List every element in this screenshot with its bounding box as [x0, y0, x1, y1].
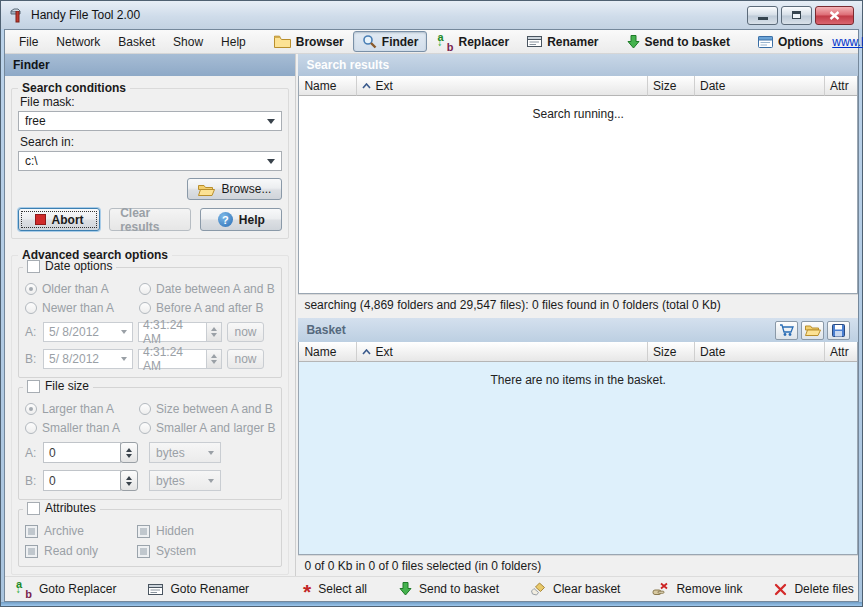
hidden-checkbox[interactable]: Hidden — [137, 524, 275, 538]
clear-basket-button[interactable]: Clear basket — [531, 582, 620, 596]
column-header-date[interactable]: Date — [695, 342, 825, 362]
size-a-unit: bytes — [156, 446, 185, 460]
system-checkbox[interactable]: System — [137, 544, 275, 558]
search-results-statusbar: searching (4,869 folders and 29,547 file… — [298, 294, 858, 315]
search-in-combobox[interactable]: c:\ — [18, 151, 282, 171]
radio-icon — [25, 403, 37, 415]
send-to-basket-bottom-button[interactable]: Send to basket — [399, 582, 499, 596]
date-a-label: A: — [25, 325, 38, 339]
attributes-group: Attributes Archive Hidden Read only Syst… — [18, 509, 282, 567]
spin-buttons[interactable] — [206, 349, 222, 369]
size-b-unit-combobox[interactable]: bytes — [149, 470, 221, 491]
attributes-checkbox[interactable] — [27, 502, 40, 515]
radio-date-between[interactable]: Date between A and B — [139, 282, 275, 296]
finder-panel-header: Finder — [5, 54, 295, 76]
chevron-down-icon[interactable] — [267, 119, 275, 124]
column-header-date[interactable]: Date — [695, 76, 825, 96]
column-header-size[interactable]: Size — [648, 76, 695, 96]
radio-smaller-than-a[interactable]: Smaller than A — [25, 421, 137, 435]
time-b-spinner[interactable]: 4:31:24 AM — [138, 349, 222, 369]
date-b-picker[interactable]: 5/ 8/2012 — [43, 349, 133, 369]
minimize-button[interactable] — [747, 6, 778, 25]
radio-icon — [25, 302, 37, 314]
clear-results-button[interactable]: Clear results — [109, 208, 191, 231]
archive-checkbox[interactable]: Archive — [25, 524, 137, 538]
menubar: File Network Basket Show Help Browser Fi… — [5, 30, 858, 54]
read-only-checkbox[interactable]: Read only — [25, 544, 137, 558]
column-header-name[interactable]: Name — [299, 342, 357, 362]
spin-buttons[interactable] — [120, 442, 138, 463]
size-a-value: 0 — [43, 442, 121, 463]
close-button[interactable] — [815, 6, 854, 25]
search-results-body[interactable]: Search running... — [299, 96, 857, 293]
finder-button[interactable]: Finder — [353, 31, 428, 52]
size-a-unit-combobox[interactable]: bytes — [149, 442, 221, 463]
radio-size-between[interactable]: Size between A and B — [139, 402, 275, 416]
menu-help[interactable]: Help — [212, 32, 255, 52]
goto-renamer-button[interactable]: Goto Renamer — [148, 582, 249, 596]
basket-body[interactable]: There are no items in the basket. — [299, 362, 857, 554]
menu-basket[interactable]: Basket — [109, 32, 164, 52]
column-header-ext[interactable]: Ext — [357, 342, 648, 362]
chevron-down-icon — [208, 451, 214, 455]
radio-older-than-a[interactable]: Older than A — [25, 282, 137, 296]
maximize-button[interactable] — [781, 6, 812, 25]
select-all-button[interactable]: * Select all — [303, 582, 367, 596]
radio-smaller-larger-label: Smaller A and larger B — [156, 421, 275, 435]
remove-link-button[interactable]: Remove link — [652, 582, 742, 596]
browser-button[interactable]: Browser — [265, 32, 353, 52]
file-size-checkbox[interactable] — [27, 380, 40, 393]
date-options-checkbox[interactable] — [27, 260, 40, 273]
column-header-size[interactable]: Size — [648, 342, 695, 362]
date-a-picker[interactable]: 5/ 8/2012 — [43, 322, 133, 342]
help-button[interactable]: ? Help — [200, 208, 282, 231]
menu-file[interactable]: File — [10, 32, 47, 52]
delete-files-label: Delete files — [794, 582, 853, 596]
now-b-button[interactable]: now — [227, 349, 264, 369]
website-link[interactable]: www.handyfiletool.com — [832, 35, 863, 49]
basket-save-button[interactable] — [827, 321, 850, 340]
radio-before-after[interactable]: Before A and after B — [139, 301, 275, 315]
now-a-button[interactable]: now — [227, 322, 264, 342]
column-header-attr[interactable]: Attr — [825, 76, 857, 96]
size-b-spinner[interactable]: 0 — [43, 470, 138, 491]
folder-icon — [274, 35, 291, 48]
app-icon — [9, 7, 25, 23]
spin-buttons[interactable] — [120, 470, 138, 491]
delete-files-button[interactable]: Delete files — [774, 582, 853, 596]
spin-buttons[interactable] — [206, 322, 222, 342]
radio-smaller-larger[interactable]: Smaller A and larger B — [139, 421, 275, 435]
search-results-title: Search results — [306, 58, 389, 72]
send-to-basket-button[interactable]: Send to basket — [618, 32, 739, 52]
column-label: Date — [700, 345, 725, 359]
menu-network[interactable]: Network — [47, 32, 109, 52]
finder-button-label: Finder — [382, 35, 419, 49]
menu-show[interactable]: Show — [164, 32, 212, 52]
size-a-spinner[interactable]: 0 — [43, 442, 138, 463]
delete-x-icon — [774, 583, 787, 596]
abort-button[interactable]: Abort — [18, 208, 100, 231]
column-header-ext[interactable]: Ext — [357, 76, 648, 96]
browse-button[interactable]: Browse... — [187, 178, 282, 200]
basket-statusbar: 0 of 0 Kb in 0 of 0 files selected (in 0… — [298, 555, 858, 576]
finder-panel-title: Finder — [13, 58, 50, 72]
size-b-unit: bytes — [156, 474, 185, 488]
basket-cart-button[interactable] — [775, 321, 798, 340]
file-mask-combobox[interactable]: free — [18, 111, 282, 131]
column-header-attr[interactable]: Attr — [825, 342, 857, 362]
radio-newer-than-a[interactable]: Newer than A — [25, 301, 137, 315]
radio-older-label: Older than A — [42, 282, 109, 296]
replacer-button[interactable]: a↓b Replacer — [427, 31, 518, 53]
goto-replacer-button[interactable]: a↓b Goto Replacer — [15, 581, 116, 597]
search-results-panel: Search results Name Ext Size Date Attr — [298, 54, 858, 315]
size-b-label: B: — [25, 474, 38, 488]
basket-open-button[interactable] — [801, 321, 824, 340]
radio-larger-than-a[interactable]: Larger than A — [25, 402, 137, 416]
time-a-spinner[interactable]: 4:31:24 AM — [138, 322, 222, 342]
column-header-name[interactable]: Name — [299, 76, 357, 96]
file-mask-label: File mask: — [20, 95, 280, 109]
chevron-down-icon[interactable] — [267, 159, 275, 164]
options-button[interactable]: Options — [749, 32, 832, 52]
read-only-label: Read only — [44, 544, 98, 558]
renamer-button[interactable]: Renamer — [518, 32, 607, 52]
